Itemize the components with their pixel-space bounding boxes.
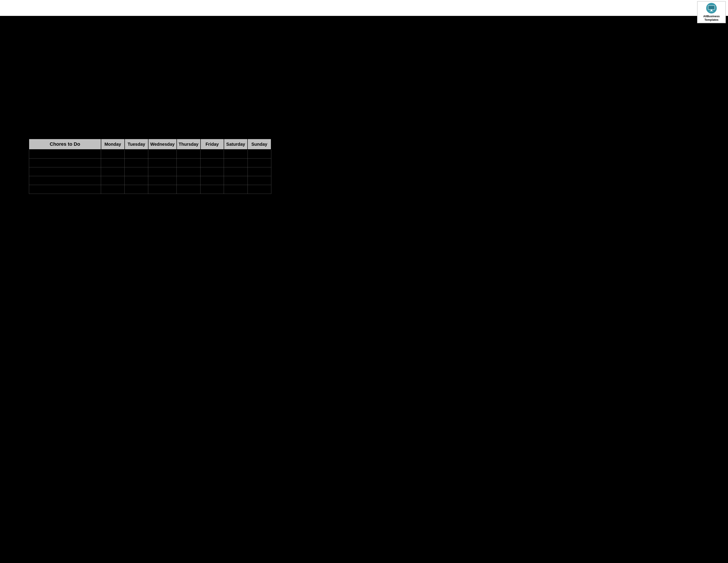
sunday-cell[interactable] bbox=[248, 149, 271, 158]
sunday-cell[interactable] bbox=[248, 158, 271, 167]
monday-cell[interactable] bbox=[101, 176, 125, 185]
friday-cell[interactable] bbox=[201, 167, 224, 176]
thursday-header: Thursday bbox=[177, 139, 201, 149]
wednesday-header: Wednesday bbox=[148, 139, 177, 149]
wednesday-cell[interactable] bbox=[148, 185, 177, 194]
logo-container: AllBusiness Templates bbox=[697, 1, 726, 23]
table-container: Chores to Do Monday Tuesday Wednesday Th… bbox=[29, 139, 271, 194]
table-row bbox=[29, 185, 271, 194]
allbusiness-logo-icon bbox=[705, 3, 718, 14]
table-row bbox=[29, 158, 271, 167]
saturday-cell[interactable] bbox=[224, 176, 248, 185]
tuesday-cell[interactable] bbox=[125, 167, 148, 176]
friday-header: Friday bbox=[201, 139, 224, 149]
thursday-cell[interactable] bbox=[177, 185, 201, 194]
logo-text: AllBusiness Templates bbox=[703, 15, 720, 21]
table-row bbox=[29, 167, 271, 176]
friday-cell[interactable] bbox=[201, 185, 224, 194]
chore-name-cell[interactable] bbox=[29, 167, 101, 176]
sunday-cell[interactable] bbox=[248, 185, 271, 194]
tuesday-header: Tuesday bbox=[125, 139, 148, 149]
saturday-cell[interactable] bbox=[224, 185, 248, 194]
saturday-cell[interactable] bbox=[224, 149, 248, 158]
table-row bbox=[29, 176, 271, 185]
chores-to-do-header: Chores to Do bbox=[29, 139, 101, 149]
chore-name-cell[interactable] bbox=[29, 185, 101, 194]
tuesday-cell[interactable] bbox=[125, 149, 148, 158]
wednesday-cell[interactable] bbox=[148, 176, 177, 185]
thursday-cell[interactable] bbox=[177, 167, 201, 176]
monday-header: Monday bbox=[101, 139, 125, 149]
chores-table: Chores to Do Monday Tuesday Wednesday Th… bbox=[29, 139, 271, 194]
saturday-cell[interactable] bbox=[224, 158, 248, 167]
thursday-cell[interactable] bbox=[177, 158, 201, 167]
monday-cell[interactable] bbox=[101, 167, 125, 176]
friday-cell[interactable] bbox=[201, 149, 224, 158]
top-bar bbox=[0, 0, 728, 18]
friday-cell[interactable] bbox=[201, 176, 224, 185]
saturday-header: Saturday bbox=[224, 139, 248, 149]
table-header-row: Chores to Do Monday Tuesday Wednesday Th… bbox=[29, 139, 271, 149]
wednesday-cell[interactable] bbox=[148, 149, 177, 158]
svg-rect-3 bbox=[711, 10, 712, 11]
chore-name-cell[interactable] bbox=[29, 158, 101, 167]
thursday-cell[interactable] bbox=[177, 176, 201, 185]
svg-rect-2 bbox=[708, 6, 715, 9]
tuesday-cell[interactable] bbox=[125, 176, 148, 185]
monday-cell[interactable] bbox=[101, 158, 125, 167]
sunday-cell[interactable] bbox=[248, 176, 271, 185]
sunday-header: Sunday bbox=[248, 139, 271, 149]
monday-cell[interactable] bbox=[101, 149, 125, 158]
table-row bbox=[29, 149, 271, 158]
svg-rect-4 bbox=[710, 11, 713, 11]
monday-cell[interactable] bbox=[101, 185, 125, 194]
sunday-cell[interactable] bbox=[248, 167, 271, 176]
wednesday-cell[interactable] bbox=[148, 158, 177, 167]
chore-name-cell[interactable] bbox=[29, 176, 101, 185]
saturday-cell[interactable] bbox=[224, 167, 248, 176]
thursday-cell[interactable] bbox=[177, 149, 201, 158]
tuesday-cell[interactable] bbox=[125, 158, 148, 167]
main-content: Chores to Do Monday Tuesday Wednesday Th… bbox=[0, 19, 728, 563]
wednesday-cell[interactable] bbox=[148, 167, 177, 176]
chore-name-cell[interactable] bbox=[29, 149, 101, 158]
tuesday-cell[interactable] bbox=[125, 185, 148, 194]
friday-cell[interactable] bbox=[201, 158, 224, 167]
